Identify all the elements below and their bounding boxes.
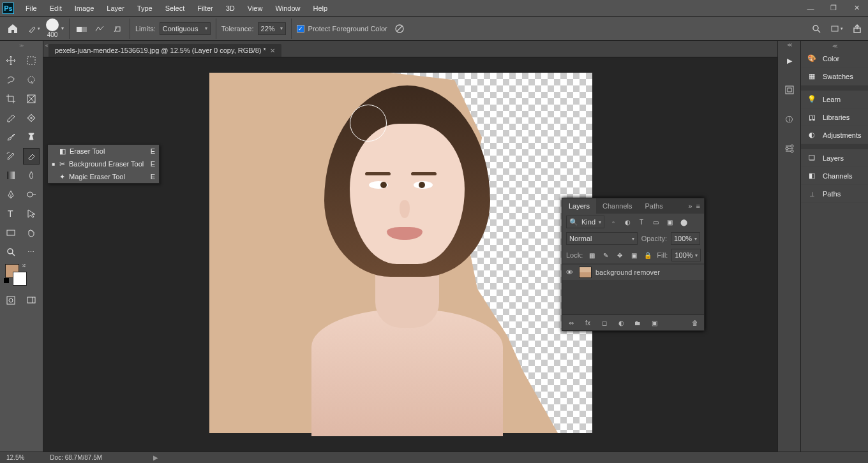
layer-row[interactable]: 👁 background remover xyxy=(562,265,704,280)
screen-mode-tool[interactable] xyxy=(23,292,40,309)
crop-tool[interactable] xyxy=(3,91,19,107)
flyout-background-eraser-tool[interactable]: ■ ✂ Background Eraser Tool E xyxy=(48,158,159,170)
limits-dropdown[interactable]: Contiguous▾ xyxy=(160,22,211,35)
canvas[interactable] xyxy=(209,73,592,433)
menu-type[interactable]: Type xyxy=(131,2,159,15)
menu-layer[interactable]: Layer xyxy=(100,2,131,15)
layer-group-icon[interactable]: 🖿 xyxy=(632,318,643,328)
eyedropper-tool[interactable] xyxy=(3,110,19,126)
sampling-continuous-icon[interactable] xyxy=(75,22,89,36)
share-icon[interactable] xyxy=(850,22,864,36)
panel-channels[interactable]: ◧Channels xyxy=(801,167,868,185)
healing-tool[interactable] xyxy=(23,110,40,126)
search-icon[interactable] xyxy=(809,22,823,36)
info-icon[interactable]: ⓘ xyxy=(782,112,797,126)
type-tool[interactable]: T xyxy=(3,205,19,222)
menu-filter[interactable]: Filter xyxy=(191,2,219,15)
tool-preset-picker[interactable]: ▾ xyxy=(27,22,41,36)
filter-shape-icon[interactable]: ▭ xyxy=(650,217,661,227)
eraser-tool[interactable] xyxy=(23,148,40,165)
toolbox-expand-handle[interactable]: ≫ xyxy=(0,43,43,50)
layer-filter-kind[interactable]: 🔍 Kind▾ xyxy=(566,216,604,228)
document-tab[interactable]: pexels-juan-mendez-1536619.jpg @ 12.5% (… xyxy=(49,44,281,57)
default-colors-icon[interactable] xyxy=(4,278,9,283)
lasso-tool[interactable] xyxy=(3,71,19,88)
lock-transparency-icon[interactable]: ▦ xyxy=(587,250,597,260)
swap-colors-icon[interactable]: ⤭ xyxy=(22,263,26,268)
panel-layers[interactable]: ❏Layers xyxy=(801,149,868,167)
window-minimize-button[interactable]: — xyxy=(799,0,822,17)
paths-tab[interactable]: Paths xyxy=(639,198,670,214)
collapse-panel-icon[interactable]: » xyxy=(688,202,692,210)
panel-menu-icon[interactable]: ≡ xyxy=(696,202,700,210)
menu-edit[interactable]: Edit xyxy=(43,2,68,15)
gradient-tool[interactable] xyxy=(3,167,19,184)
menu-3d[interactable]: 3D xyxy=(220,2,241,15)
filter-type-icon[interactable]: T xyxy=(636,217,647,227)
workspace-switcher[interactable]: ▾ xyxy=(830,22,844,36)
delete-layer-icon[interactable]: 🗑 xyxy=(690,318,700,328)
opacity-input[interactable]: 100%▾ xyxy=(671,232,700,245)
status-menu-arrow[interactable]: ▶ xyxy=(153,454,158,461)
window-close-button[interactable]: ✕ xyxy=(845,0,868,17)
flyout-magic-eraser-tool[interactable]: ✦ Magic Eraser Tool E xyxy=(48,170,159,183)
brush-preset-picker[interactable]: 400 ▾ xyxy=(46,18,64,38)
panel-learn[interactable]: 💡Learn xyxy=(801,91,868,108)
blur-tool[interactable] xyxy=(23,167,40,184)
panel-swatches[interactable]: ▦Swatches xyxy=(801,68,868,85)
dock-expand-handle[interactable]: ≪ xyxy=(778,42,800,48)
channels-tab[interactable]: Channels xyxy=(596,198,638,214)
properties-icon[interactable] xyxy=(782,142,797,156)
left-panel-expand-handle[interactable]: « xyxy=(45,43,48,48)
filter-adjust-icon[interactable]: ◐ xyxy=(622,217,632,227)
flyout-eraser-tool[interactable]: ◧ Eraser Tool E xyxy=(48,145,159,158)
menu-select[interactable]: Select xyxy=(159,2,191,15)
panel-libraries[interactable]: 🕮Libraries xyxy=(801,108,868,126)
filter-smart-icon[interactable]: ▣ xyxy=(664,217,675,227)
menu-view[interactable]: View xyxy=(241,2,269,15)
right-dock-handle[interactable]: ≪ xyxy=(801,43,868,50)
play-actions-icon[interactable]: ▶ xyxy=(782,54,797,68)
move-tool[interactable] xyxy=(3,52,19,69)
sampling-once-icon[interactable] xyxy=(93,22,107,36)
filter-pixel-icon[interactable]: ▫ xyxy=(608,217,618,227)
lock-all-icon[interactable]: 🔒 xyxy=(643,250,653,260)
protect-foreground-checkbox[interactable]: ✓ xyxy=(297,25,304,33)
menu-image[interactable]: Image xyxy=(68,2,101,15)
layer-name[interactable]: background remover xyxy=(595,268,660,276)
history-icon[interactable] xyxy=(782,83,797,97)
filter-toggle-icon[interactable]: ⬤ xyxy=(678,217,689,227)
menu-help[interactable]: Help xyxy=(307,2,334,15)
status-doc-size[interactable]: Doc: 68.7M/87.5M xyxy=(50,454,102,461)
path-select-tool[interactable] xyxy=(23,205,40,222)
panel-color[interactable]: 🎨Color xyxy=(801,50,868,68)
fill-input[interactable]: 100%▾ xyxy=(671,249,701,261)
layer-fx-icon[interactable]: fx xyxy=(583,318,593,328)
background-color-swatch[interactable] xyxy=(13,272,27,286)
menu-file[interactable]: File xyxy=(19,2,43,15)
layer-mask-icon[interactable]: ◻ xyxy=(599,318,610,328)
blend-mode-dropdown[interactable]: Normal▾ xyxy=(566,232,638,245)
rectangle-tool[interactable] xyxy=(3,224,19,241)
marquee-tool[interactable] xyxy=(23,52,40,69)
lock-artboard-icon[interactable]: ▣ xyxy=(629,250,639,260)
history-brush-tool[interactable] xyxy=(3,148,19,165)
new-layer-icon[interactable]: ▣ xyxy=(649,318,659,328)
status-zoom[interactable]: 12.5% xyxy=(6,454,24,461)
adjustment-layer-icon[interactable]: ◐ xyxy=(616,318,626,328)
frame-tool[interactable] xyxy=(23,91,40,107)
home-button[interactable] xyxy=(4,20,22,38)
edit-toolbar-button[interactable]: ⋯ xyxy=(23,244,40,260)
layer-thumbnail[interactable] xyxy=(579,267,592,278)
link-layers-icon[interactable]: ⇔ xyxy=(566,318,576,328)
close-tab-icon[interactable]: ✕ xyxy=(270,47,275,54)
window-restore-button[interactable]: ❐ xyxy=(822,0,845,17)
quick-mask-tool[interactable] xyxy=(3,292,19,309)
menu-window[interactable]: Window xyxy=(269,2,306,15)
dodge-tool[interactable] xyxy=(23,186,40,203)
zoom-tool[interactable] xyxy=(3,244,19,260)
clone-stamp-tool[interactable] xyxy=(23,129,40,145)
sampling-swatch-icon[interactable] xyxy=(110,22,124,36)
color-swatches[interactable]: ⤭ xyxy=(0,263,43,290)
lock-position-icon[interactable]: ✥ xyxy=(615,250,625,260)
